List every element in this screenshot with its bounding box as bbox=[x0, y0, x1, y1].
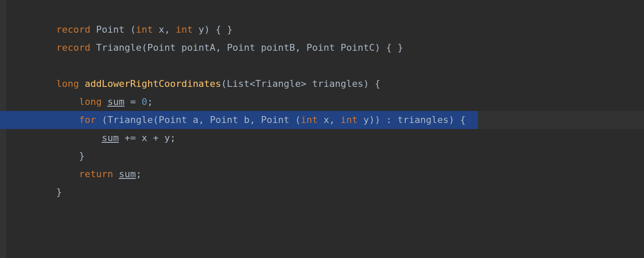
code-token: sum bbox=[119, 169, 136, 179]
code-line[interactable]: for (Triangle(Point a, Point b, Point (i… bbox=[0, 111, 644, 129]
code-token: ( bbox=[130, 24, 136, 35]
code-token: += x + y; bbox=[119, 132, 176, 143]
code-token: )) : triangles) { bbox=[369, 114, 466, 125]
code-token: ; bbox=[147, 96, 153, 107]
code-token: record bbox=[56, 24, 96, 35]
code-token: , bbox=[295, 42, 307, 53]
code-token: , bbox=[198, 114, 210, 125]
code-token: y bbox=[198, 24, 204, 35]
code-line[interactable]: record Triangle(Point pointA, Point poin… bbox=[0, 39, 644, 57]
code-token: y bbox=[363, 114, 369, 125]
code-line[interactable]: record Point (int x, int y) { } bbox=[0, 21, 644, 39]
code-token: ) { bbox=[363, 78, 380, 89]
code-token: int bbox=[136, 24, 158, 35]
code-token: , bbox=[216, 42, 227, 53]
code-token: ( bbox=[221, 78, 227, 89]
code-token: int bbox=[301, 114, 324, 125]
code-token: (Triangle(Point a bbox=[102, 114, 198, 125]
code-editor[interactable]: record Point (int x, int y) { } record T… bbox=[0, 0, 644, 201]
code-token: long bbox=[56, 78, 85, 89]
code-line[interactable] bbox=[0, 57, 644, 75]
code-token: int bbox=[340, 114, 363, 125]
code-token: 0 bbox=[142, 96, 147, 107]
code-line[interactable]: sum += x + y; bbox=[0, 129, 644, 147]
code-token: Point pointA bbox=[147, 42, 216, 53]
code-token: } bbox=[79, 150, 85, 161]
code-token: long bbox=[79, 96, 107, 107]
code-token: ) { } bbox=[375, 42, 403, 53]
code-line[interactable]: } bbox=[0, 147, 644, 165]
code-token: sum bbox=[107, 96, 125, 107]
code-token: } bbox=[56, 187, 62, 197]
code-token: ; bbox=[136, 169, 141, 179]
code-token: = bbox=[125, 96, 142, 107]
code-token: Point ( bbox=[261, 114, 301, 125]
code-token: Triangle bbox=[96, 42, 142, 53]
code-line[interactable]: return sum; bbox=[0, 165, 644, 183]
code-token: sum bbox=[102, 132, 119, 143]
code-token: int bbox=[176, 24, 198, 35]
code-token: Point pointB bbox=[227, 42, 295, 53]
code-token: x bbox=[158, 24, 164, 35]
code-token: , bbox=[329, 114, 341, 125]
code-token: , bbox=[249, 114, 261, 125]
code-token: Point b bbox=[210, 114, 250, 125]
code-token: addLowerRightCoordinates bbox=[85, 78, 221, 89]
code-token: ( bbox=[142, 42, 147, 53]
code-token: x bbox=[324, 114, 329, 125]
code-token: ) { } bbox=[204, 24, 232, 35]
code-token: record bbox=[56, 42, 96, 53]
code-line[interactable]: long sum = 0; bbox=[0, 93, 644, 111]
code-token: Point PointC bbox=[307, 42, 375, 53]
code-line[interactable]: long addLowerRightCoordinates(List<Trian… bbox=[0, 75, 644, 93]
code-token: List<Triangle> triangles bbox=[227, 78, 363, 89]
code-token: for bbox=[79, 114, 102, 125]
code-line[interactable]: } bbox=[0, 183, 644, 201]
code-token: Point bbox=[96, 24, 130, 35]
code-token: return bbox=[79, 169, 119, 179]
code-token: , bbox=[164, 24, 176, 35]
